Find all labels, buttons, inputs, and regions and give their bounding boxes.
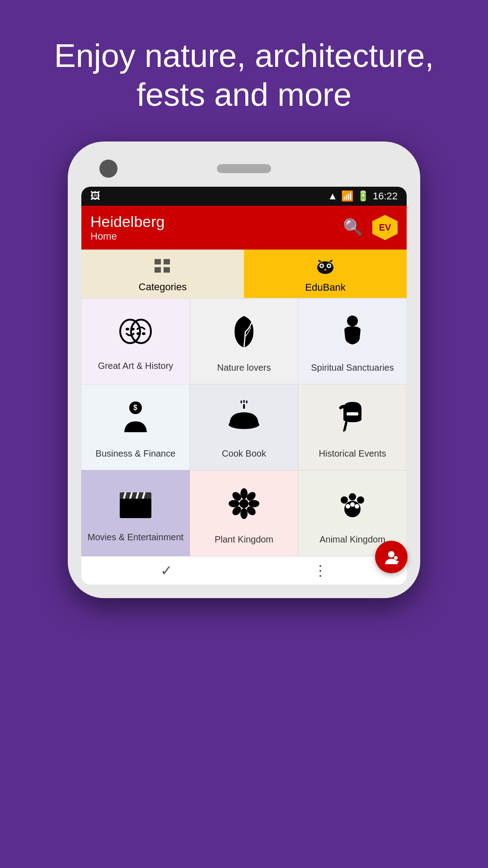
svg-rect-2 xyxy=(155,267,161,273)
edubank-tab-label: EduBank xyxy=(305,282,345,293)
phone-screen: 🖼 ▲ 📶 🔋 16:22 Heidelberg Home 🔍 EV xyxy=(81,187,407,585)
great-art-history-label: Great Art & History xyxy=(98,361,174,371)
edubank-tab-icon xyxy=(315,258,335,279)
svg-point-36 xyxy=(229,500,239,507)
search-icon[interactable]: 🔍 xyxy=(343,218,363,237)
category-business-finance[interactable]: $ Business & Finance xyxy=(81,384,190,470)
app-title: Heidelberg xyxy=(90,213,164,231)
wifi-icon: ▲ xyxy=(328,190,338,202)
svg-rect-3 xyxy=(164,267,170,273)
svg-point-18 xyxy=(347,316,358,326)
category-cook-book[interactable]: Cook Book xyxy=(190,384,298,470)
nature-lovers-label: Nature lovers xyxy=(217,363,271,373)
categories-grid: Great Art & History Nature lovers xyxy=(81,298,407,556)
plant-kingdom-icon xyxy=(226,486,262,529)
categories-tab-icon xyxy=(154,258,172,278)
svg-point-7 xyxy=(321,264,323,267)
svg-point-47 xyxy=(350,502,355,507)
ev-badge[interactable]: EV xyxy=(372,215,398,240)
svg-point-49 xyxy=(388,551,394,557)
svg-rect-27 xyxy=(120,498,151,518)
battery-icon: 🔋 xyxy=(357,190,369,202)
spiritual-sanctuaries-icon xyxy=(339,314,366,357)
svg-point-34 xyxy=(240,488,248,499)
nature-lovers-icon xyxy=(228,314,260,357)
category-nature-lovers[interactable]: Nature lovers xyxy=(190,298,298,384)
category-great-art-history[interactable]: Great Art & History xyxy=(81,298,190,384)
app-bar: Heidelberg Home 🔍 EV xyxy=(81,206,407,250)
svg-point-48 xyxy=(355,504,359,509)
speaker xyxy=(217,164,271,173)
svg-point-50 xyxy=(394,556,398,560)
tab-categories[interactable]: Categories xyxy=(81,250,244,298)
svg-rect-26 xyxy=(347,412,358,415)
svg-point-44 xyxy=(349,493,356,500)
svg-point-15 xyxy=(131,328,135,330)
categories-tab-label: Categories xyxy=(139,281,187,293)
svg-point-33 xyxy=(239,499,249,508)
tab-edubank[interactable]: EduBank xyxy=(244,250,407,298)
cook-book-icon xyxy=(226,400,262,443)
category-plant-kingdom[interactable]: Plant Kingdom xyxy=(190,470,298,556)
movies-entertainment-icon xyxy=(117,488,154,527)
status-bar: 🖼 ▲ 📶 🔋 16:22 xyxy=(81,187,407,206)
tab-bar: Categories xyxy=(81,250,407,298)
svg-point-16 xyxy=(136,332,140,335)
bottom-strip: ✓ ⋮ xyxy=(81,556,407,585)
cook-book-label: Cook Book xyxy=(222,448,266,459)
category-spiritual-sanctuaries[interactable]: Spiritual Sanctuaries xyxy=(298,298,407,384)
svg-point-35 xyxy=(240,508,248,519)
svg-point-8 xyxy=(328,264,330,267)
status-time: 16:22 xyxy=(373,190,398,202)
svg-point-4 xyxy=(317,261,333,274)
business-finance-icon: $ xyxy=(120,400,151,443)
svg-rect-0 xyxy=(155,259,161,264)
great-art-history-icon xyxy=(117,316,154,355)
fab-button[interactable] xyxy=(375,541,408,573)
svg-text:$: $ xyxy=(133,404,137,411)
svg-point-43 xyxy=(341,496,348,504)
hero-text: Enjoy nature, architecture, fests and mo… xyxy=(0,0,488,142)
bottom-nav-right: ⋮ xyxy=(313,562,328,579)
svg-point-37 xyxy=(249,500,259,507)
business-finance-label: Business & Finance xyxy=(96,448,176,459)
bottom-nav-left: ✓ xyxy=(160,562,173,579)
phone-frame: 🖼 ▲ 📶 🔋 16:22 Heidelberg Home 🔍 EV xyxy=(68,142,420,598)
svg-point-17 xyxy=(142,332,145,335)
category-movies-entertainment[interactable]: Movies & Entertainment xyxy=(81,470,190,556)
camera xyxy=(99,160,117,178)
svg-rect-1 xyxy=(164,259,170,264)
animal-kingdom-icon xyxy=(334,486,371,529)
app-subtitle: Home xyxy=(90,231,164,242)
plant-kingdom-label: Plant Kingdom xyxy=(215,534,273,545)
signal-icon: 📶 xyxy=(341,190,353,202)
historical-events-label: Historical Events xyxy=(319,448,386,459)
svg-marker-11 xyxy=(329,259,333,262)
svg-point-14 xyxy=(126,328,129,330)
movies-entertainment-label: Movies & Entertainment xyxy=(88,532,183,542)
svg-point-45 xyxy=(357,496,364,504)
notification-icon: 🖼 xyxy=(90,190,100,202)
category-historical-events[interactable]: Historical Events xyxy=(298,384,407,470)
svg-marker-10 xyxy=(318,259,322,262)
animal-kingdom-label: Animal Kingdom xyxy=(319,534,385,545)
spiritual-sanctuaries-label: Spiritual Sanctuaries xyxy=(311,363,394,373)
svg-point-46 xyxy=(346,504,350,509)
historical-events-icon xyxy=(337,400,368,443)
